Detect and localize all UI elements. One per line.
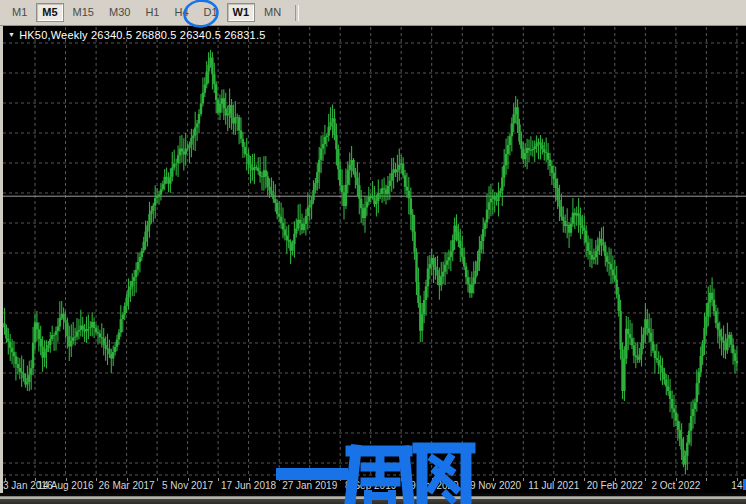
- mt4-window: { "toolbar": { "timeframes": [ {"label":…: [0, 0, 746, 504]
- x-axis-label: 20 Feb 2022: [587, 480, 643, 491]
- axis-tick: [157, 478, 158, 481]
- timeframe-button-mn[interactable]: MN: [258, 3, 287, 22]
- x-axis-label: 5 Nov 2017: [162, 480, 213, 491]
- toolbar-separator: [295, 5, 299, 21]
- x-axis-label: 11 Jul 2021: [528, 480, 579, 491]
- candlestick-chart[interactable]: [0, 0, 746, 504]
- timeframe-button-m5[interactable]: M5: [36, 3, 63, 22]
- x-axis-label: 14 Aug 2016: [37, 480, 93, 491]
- x-axis-label: 2 Oct 2022: [651, 480, 700, 491]
- timeframe-button-h4[interactable]: H4: [168, 3, 194, 22]
- window-bottom-edge: [0, 493, 746, 504]
- axis-tick: [584, 478, 585, 481]
- axis-tick: [279, 478, 280, 481]
- axis-tick: [645, 478, 646, 481]
- window-left-edge: [0, 26, 3, 493]
- chart-dropdown-icon[interactable]: ▼: [8, 31, 15, 38]
- timeframe-toolbar: M1M5M15M30H1H4D1W1MN: [0, 0, 746, 26]
- axis-tick: [340, 478, 341, 481]
- timeframe-button-w1[interactable]: W1: [227, 3, 256, 22]
- time-axis: 3 Jan 201614 Aug 201626 Mar 20175 Nov 20…: [0, 478, 746, 493]
- x-axis-label: 19 Apr 2020: [405, 480, 459, 491]
- axis-tick: [401, 478, 402, 481]
- timeframe-button-m1[interactable]: M1: [6, 3, 33, 22]
- axis-tick: [706, 478, 707, 481]
- grid-lines: [3, 27, 746, 477]
- axis-tick: [523, 478, 524, 481]
- axis-tick: [218, 478, 219, 481]
- chart-ohlc-text: HK50,Weekly 26340.5 26880.5 26340.5 2683…: [19, 29, 265, 41]
- x-axis-label: 26 Mar 2017: [99, 480, 155, 491]
- timeframe-button-m15[interactable]: M15: [67, 3, 100, 22]
- timeframe-button-d1[interactable]: D1: [198, 3, 224, 22]
- axis-tick: [96, 478, 97, 481]
- axis-tick: [462, 478, 463, 481]
- x-axis-label: 27 Jan 2019: [282, 480, 337, 491]
- x-axis-label: 17 Jun 2018: [221, 480, 276, 491]
- x-axis-label: 14: [731, 480, 742, 491]
- x-axis-label: 29 Nov 2020: [464, 480, 521, 491]
- chart-title-line: ▼HK50,Weekly 26340.5 26880.5 26340.5 268…: [8, 29, 265, 41]
- timeframe-button-h1[interactable]: H1: [139, 3, 165, 22]
- timeframe-button-m30[interactable]: M30: [103, 3, 136, 22]
- x-axis-label: 8 Sep 2019: [345, 480, 396, 491]
